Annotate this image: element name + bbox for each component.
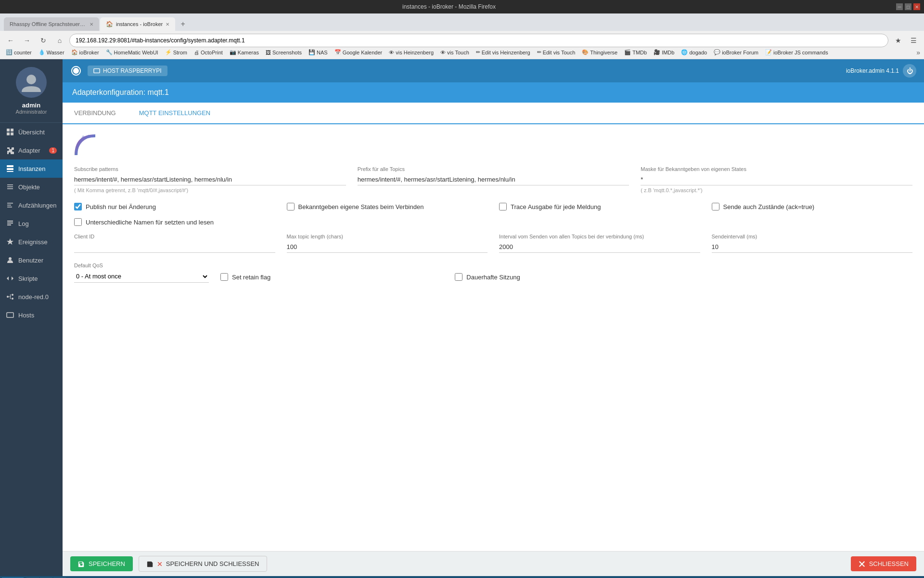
bookmark-edit-vis-touch[interactable]: ✏ Edit vis Touch xyxy=(535,48,578,56)
checkbox-bekanntgeben-input[interactable] xyxy=(287,203,295,210)
tab-bar: Rhasspy Offline Sprachsteuerung ✕ 🏠 inst… xyxy=(0,13,924,31)
minimize-button[interactable]: ─ xyxy=(896,3,903,10)
sidebar-item-label: node-red.0 xyxy=(18,293,49,301)
bookmark-vis-heinzenberg[interactable]: 👁 vis Heinzenberg xyxy=(387,49,436,56)
save-button[interactable]: SPEICHERN xyxy=(70,556,133,571)
checkbox-sende-input[interactable] xyxy=(712,203,719,210)
power-button[interactable]: ⏻ xyxy=(903,64,916,78)
bookmark-counter[interactable]: 🔢 counter xyxy=(4,48,34,56)
bookmark-screenshots-icon: 🖼 xyxy=(266,50,271,55)
bookmark-edit-vis-touch-label: Edit vis Touch xyxy=(543,50,576,55)
tab-verbindung[interactable]: VERBINDUNG xyxy=(63,103,128,124)
checkbox-dauerhafte[interactable]: Dauerhafte Sitzung xyxy=(455,273,678,283)
user-icon xyxy=(6,256,14,264)
forward-button[interactable]: → xyxy=(20,34,34,47)
back-button[interactable]: ← xyxy=(4,34,17,47)
checkbox-publish-input[interactable] xyxy=(74,203,82,210)
client-id-label: Client ID xyxy=(74,234,275,239)
prefix-input[interactable] xyxy=(358,174,629,185)
svg-point-18 xyxy=(7,296,9,298)
sidebar-item-log[interactable]: Log xyxy=(0,214,63,233)
browser-tab-rhasspy[interactable]: Rhasspy Offline Sprachsteuerung ✕ xyxy=(4,17,99,31)
bookmark-edit-vis-heinzenberg[interactable]: ✏ Edit vis Heinzenberg xyxy=(474,48,532,56)
bookmark-wasser[interactable]: 💧 Wasser xyxy=(37,48,66,56)
close-window-button[interactable]: ✕ xyxy=(913,3,920,10)
page-title: Adapterkonfiguration: mqtt.1 xyxy=(72,88,169,96)
app-logo xyxy=(70,65,82,77)
menu-button[interactable]: ☰ xyxy=(907,34,920,47)
bookmark-thingiverse[interactable]: 🎨 Thingiverse xyxy=(580,48,619,56)
sidebar-item-uebersicht[interactable]: Übersicht xyxy=(0,123,63,141)
bookmark-dogado[interactable]: 🌐 dogado xyxy=(679,48,709,56)
bookmark-iobroker[interactable]: 🏠 ioBroker xyxy=(69,48,101,56)
maximize-button[interactable]: □ xyxy=(905,3,911,10)
interval-input[interactable] xyxy=(499,241,700,253)
bookmark-tmdb[interactable]: 🎬 TMDb xyxy=(622,48,649,56)
sidebar-item-adapter[interactable]: Adapter 1 xyxy=(0,141,63,159)
browser-tab-iobroker[interactable]: 🏠 instances - ioBroker ✕ xyxy=(100,17,175,31)
bookmark-google-kal[interactable]: 📅 Google Kalender xyxy=(333,48,385,56)
checkbox-trace-input[interactable] xyxy=(499,203,507,210)
host-badge[interactable]: HOST RASPBERRYPI xyxy=(88,66,167,76)
checkbox-retain[interactable]: Set retain flag xyxy=(220,273,443,283)
bookmark-imdb[interactable]: 🎥 IMDb xyxy=(652,48,676,56)
sidebar-item-skripte[interactable]: Skripte xyxy=(0,269,63,288)
bookmark-iobroker-js-icon: 📝 xyxy=(765,49,772,55)
subscribe-patterns-input[interactable] xyxy=(74,174,346,185)
tab-close-iobroker[interactable]: ✕ xyxy=(166,22,169,27)
sidebar-item-objekte[interactable]: Objekte xyxy=(0,178,63,196)
sidebar-item-node-red[interactable]: node-red.0 xyxy=(0,288,63,306)
bookmark-nas[interactable]: 💾 NAS xyxy=(307,48,330,56)
home-button[interactable]: ⌂ xyxy=(53,34,66,47)
bookmark-kameras[interactable]: 📷 Kameras xyxy=(228,48,261,56)
bookmark-homematic[interactable]: 🔧 HomeMatic WebUI xyxy=(104,48,160,56)
checkbox-dauerhafte-input[interactable] xyxy=(455,273,462,281)
bookmark-strom[interactable]: ⚡ Strom xyxy=(163,48,189,56)
user-role: Administrator xyxy=(16,109,47,115)
tab-mqtt-einstellungen[interactable]: MQTT EINSTELLUNGEN xyxy=(128,103,222,124)
save-close-button-label: SPEICHERN UND SCHLIESSEN xyxy=(166,560,259,567)
bookmark-iobroker-js[interactable]: 📝 ioBroker JS commands xyxy=(763,48,830,56)
checkbox-trace[interactable]: Trace Ausgabe für jede Meldung xyxy=(499,203,700,210)
bookmarks-more-button[interactable]: » xyxy=(916,49,920,56)
sidebar: admin Administrator Übersicht Adapter 1 xyxy=(0,59,63,576)
bookmark-octoprint[interactable]: 🖨 OctoPrint xyxy=(192,49,225,56)
checkbox-publish-aenderung[interactable]: Publish nur bei Änderung xyxy=(74,203,275,210)
close-button[interactable]: SCHLIESSEN xyxy=(851,556,916,571)
maske-input[interactable] xyxy=(641,174,912,185)
bookmark-vis-touch[interactable]: 👁 vis Touch xyxy=(438,49,471,56)
checkbox-unterschiedliche[interactable]: Unterschiedliche Namen für setzten und l… xyxy=(74,218,912,226)
checkbox-bekanntgeben[interactable]: Bekanntgeben eigene States beim Verbinde… xyxy=(287,203,488,210)
sidebar-item-benutzer[interactable]: Benutzer xyxy=(0,251,63,269)
sidebar-item-aufzaehlungen[interactable]: Aufzählungen xyxy=(0,196,63,214)
bookmark-vis-touch-icon: 👁 xyxy=(440,50,446,55)
bookmark-imdb-label: IMDb xyxy=(662,50,674,55)
max-topic-input[interactable] xyxy=(287,241,488,253)
title-bar: instances - ioBroker - Mozilla Firefox ─… xyxy=(0,0,924,13)
qos-select[interactable]: 0 - At most once 1 - At least once 2 - E… xyxy=(74,270,209,283)
reload-button[interactable]: ↻ xyxy=(37,34,50,47)
address-bar[interactable] xyxy=(69,34,888,47)
checkbox-unterschiedliche-input[interactable] xyxy=(74,218,82,226)
qos-label: Default QoS xyxy=(74,263,209,268)
bookmark-screenshots[interactable]: 🖼 Screenshots xyxy=(264,49,304,56)
sidebar-item-ereignisse[interactable]: Ereignisse xyxy=(0,233,63,251)
tab-close-rhasspy[interactable]: ✕ xyxy=(90,22,93,27)
checkbox-retain-input[interactable] xyxy=(220,273,228,281)
topbar-right: ioBroker.admin 4.1.1 ⏻ xyxy=(846,64,916,78)
client-id-input[interactable] xyxy=(74,241,275,253)
sidebar-item-hosts[interactable]: Hosts xyxy=(0,306,63,324)
save-close-button[interactable]: SPEICHERN UND SCHLIESSEN xyxy=(139,556,268,572)
sendeintervall-input[interactable] xyxy=(712,241,913,253)
checkbox-sende-zustaende[interactable]: Sende auch Zustände (ack=true) xyxy=(712,203,913,210)
bookmark-google-kal-icon: 📅 xyxy=(334,49,341,55)
bookmarks-button[interactable]: ★ xyxy=(891,34,905,47)
new-tab-button[interactable]: + xyxy=(176,17,190,31)
mqtt-logo-icon xyxy=(74,134,97,157)
bookmark-iobroker-forum[interactable]: 💬 ioBroker Forum xyxy=(712,48,760,56)
checkbox-row-2: Unterschiedliche Namen für setzten und l… xyxy=(74,218,912,226)
tab-verbindung-label: VERBINDUNG xyxy=(74,109,116,117)
close-icon xyxy=(859,561,865,567)
bookmark-homematic-label: HomeMatic WebUI xyxy=(114,50,158,55)
sidebar-item-instanzen[interactable]: Instanzen xyxy=(0,159,63,178)
